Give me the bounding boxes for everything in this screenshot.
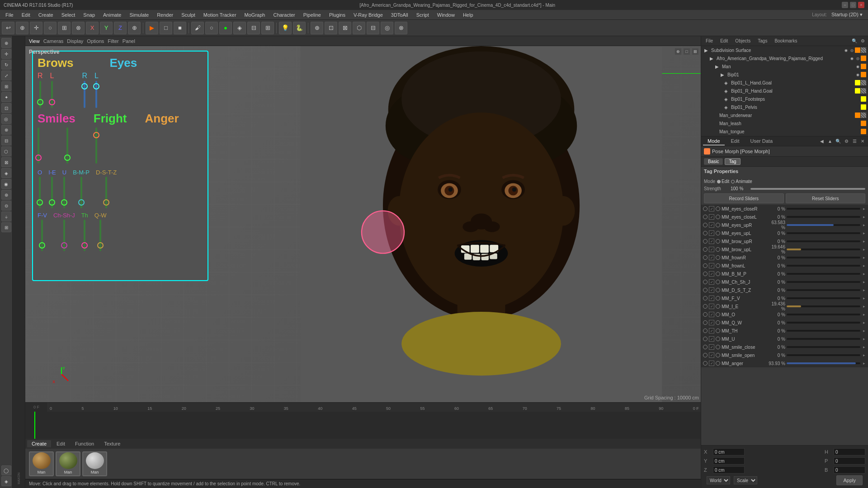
pma-edit-option[interactable]: Edit [717,179,729,184]
fp-ph-ie[interactable]: I-E [48,169,56,208]
ms-dot-18[interactable] [716,353,720,357]
fp-brows-r-handle[interactable] [37,99,43,105]
tool-snap1[interactable]: ◈ [233,22,246,34]
ms-eye-9[interactable] [703,280,708,284]
obj-footsteps[interactable]: ◈ Bip01_Footsteps [701,95,868,103]
ms-dot-11[interactable] [716,296,720,300]
ms-dot-14[interactable] [716,320,720,325]
ms-track-6[interactable] [787,257,860,258]
lt-scale[interactable]: ⤢ [1,70,11,80]
obj-lhand[interactable]: ◈ Bip01_L_Hand.Goal [701,79,868,87]
ms-track-8[interactable] [787,273,860,275]
ms-eye-19[interactable] [703,361,708,366]
mat-tab-function[interactable]: Function [71,440,99,447]
rp-config-icon[interactable]: ⚙ [859,38,866,45]
coord-world-select[interactable]: World Local [707,476,730,484]
ms-dot-4[interactable] [716,239,720,244]
fp-ph-fv-handle[interactable] [39,242,45,249]
ms-arrow-4[interactable]: ▸ [862,239,866,244]
obj-subdiv-vis[interactable]: ◉ [843,47,849,53]
tp-p-input[interactable] [834,457,865,465]
ms-track-11[interactable] [787,297,860,299]
menu-help[interactable]: Help [459,11,477,19]
menu-animate[interactable]: Animate [99,11,125,19]
obj-bip01[interactable]: ▶ Bip01 ◉ [717,70,868,79]
tool-y[interactable]: Y [100,22,113,34]
vp-tab-filter[interactable]: Filter [108,38,118,44]
ms-check-15[interactable]: ✓ [709,328,714,333]
tool-python[interactable]: 🐍 [293,22,306,34]
tool-undo[interactable]: ↩ [2,22,14,34]
ms-check-1[interactable]: ✓ [709,214,714,220]
ms-eye-8[interactable] [703,272,708,276]
ms-arrow-2[interactable]: ▸ [862,222,866,228]
ms-track-18[interactable] [787,354,860,356]
lt-grid[interactable]: ⊞ [1,222,11,232]
tool-paint[interactable]: 🖌 [191,22,204,34]
tool-z[interactable]: Z [114,22,127,34]
maximize-button[interactable]: □ [850,2,856,8]
ms-track-14[interactable] [787,322,860,324]
menu-window[interactable]: Window [434,11,458,19]
fp-ph-bmp[interactable]: B-M-P [73,169,90,208]
obj-man-vis[interactable]: ◉ [855,64,860,69]
ms-dot-12[interactable] [716,304,720,309]
ms-track-5[interactable] [787,249,860,250]
vp-tab-options[interactable]: Options [87,38,104,44]
ms-check-4[interactable]: ✓ [709,239,714,244]
obj-grandpa[interactable]: ▶ Afro_American_Grandpa_Wearing_Pajamas_… [707,54,868,62]
fp-ph-o[interactable]: O [38,169,42,208]
menu-mograph[interactable]: MoGraph [241,11,269,19]
menu-select[interactable]: Select [58,11,79,19]
tool-point[interactable]: ◎ [381,22,393,34]
ms-dot-0[interactable] [716,206,720,211]
ms-dot-5[interactable] [716,247,720,252]
lt-move[interactable]: ✛ [1,49,11,59]
ms-check-0[interactable]: ✓ [709,206,714,211]
ms-arrow-1[interactable]: ▸ [862,214,866,220]
str-slider[interactable] [750,188,865,190]
ms-dot-8[interactable] [716,272,720,276]
fp-ph-th-handle[interactable] [81,242,88,249]
tool-magnet[interactable]: ⊗ [395,22,407,34]
tool-snap2[interactable]: ⊟ [247,22,260,34]
pp-prev-icon[interactable]: ◀ [818,138,826,145]
tool-scale[interactable]: ⊞ [58,22,71,34]
apply-button[interactable]: Apply [836,475,863,485]
fp-ph-o-handle[interactable] [37,199,43,206]
ms-arrow-8[interactable]: ▸ [862,271,866,277]
ms-eye-7[interactable] [703,263,708,268]
ms-dot-9[interactable] [716,280,720,284]
tool-axes[interactable]: ⊗ [72,22,85,34]
tool-render-view[interactable]: ▶ [146,22,158,34]
ms-track-1[interactable] [787,216,860,218]
pp-config-icon[interactable]: ⚙ [843,138,850,145]
tool-world[interactable]: ⊕ [128,22,141,34]
fp-brows-l-handle[interactable] [49,99,55,105]
vp-tab-panel[interactable]: Panel [123,38,135,44]
pp-close-icon[interactable]: ✕ [859,138,866,145]
ms-dot-1[interactable] [716,215,720,219]
ms-track-19[interactable] [787,362,860,364]
ms-eye-0[interactable] [703,206,708,211]
ms-arrow-18[interactable]: ▸ [862,352,866,358]
fp-ph-qw-handle[interactable] [97,242,104,249]
ms-eye-15[interactable] [703,328,708,333]
menu-render[interactable]: Render [153,11,177,19]
menu-snap[interactable]: Snap [80,11,99,19]
ms-check-8[interactable]: ✓ [709,271,714,277]
tp-x-input[interactable] [713,448,745,455]
menu-motion-tracker[interactable]: Motion Tracker [200,11,240,19]
ms-arrow-9[interactable]: ▸ [862,279,866,285]
obj-underwear[interactable]: Man_underwear [717,111,868,119]
pp-up-icon[interactable]: ▲ [826,138,834,145]
lt-tool3[interactable]: ⊡ [1,103,11,113]
tp-y-input[interactable] [713,457,745,465]
ms-arrow-17[interactable]: ▸ [862,344,866,350]
fp-ph-dstz-handle[interactable] [103,199,109,206]
ms-dot-10[interactable] [716,288,720,292]
lt-select[interactable]: ⊕ [1,38,11,48]
ms-dot-7[interactable] [716,263,720,268]
timeline-content[interactable] [25,412,701,439]
fp-ph-chshj[interactable]: Ch-Sh-J [53,212,75,251]
